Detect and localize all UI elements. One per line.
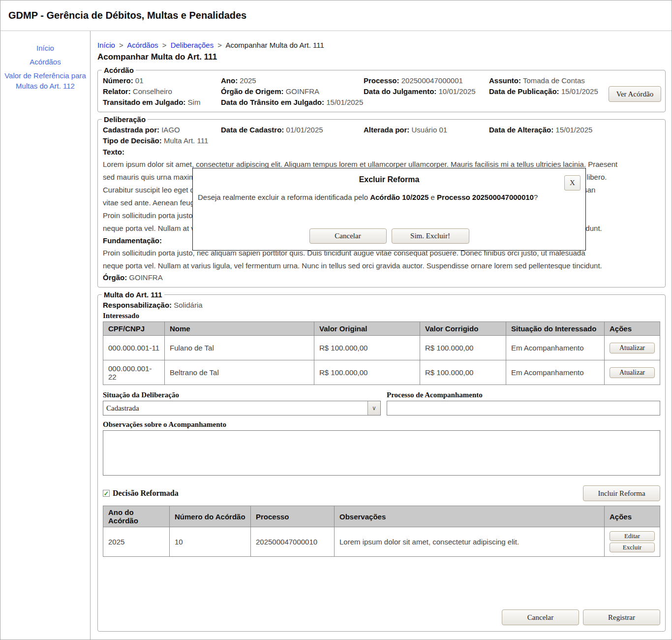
modal-cancelar-button[interactable]: Cancelar <box>309 228 387 244</box>
editar-button[interactable]: Editar <box>610 531 655 541</box>
cadastrada-por-label: Cadastrada por: <box>103 126 159 134</box>
sidebar-item-acordaos[interactable]: Acórdãos <box>0 57 90 67</box>
relator-label: Relator: <box>103 87 131 96</box>
responsabilizacao-label: Responsabilização: <box>103 301 172 309</box>
fundamentacao-line: neque porta vel. Nullam at varius ligula… <box>103 259 660 272</box>
incluir-reforma-button[interactable]: Incluir Reforma <box>583 485 660 501</box>
data-alteracao-label: Data de Alteração: <box>489 126 553 134</box>
chevron-down-icon: ∨ <box>367 401 380 415</box>
orgao-origem-value: GOINFRA <box>286 87 319 96</box>
data-alteracao-value: 15/01/2025 <box>555 126 592 134</box>
col-situacao-interessado: Situação do Interessado <box>506 322 605 336</box>
decisao-reformada-checkbox[interactable]: ✓ <box>103 490 110 497</box>
numero-label: Número: <box>103 76 133 85</box>
processo-acompanhamento-label: Processo de Acompanhamento <box>387 390 660 400</box>
reforma-table: Ano do Acórdão Número do Acórdão Process… <box>103 506 660 557</box>
transitado-label: Transitado em Julgado: <box>103 98 185 106</box>
modal-close-button[interactable]: X <box>564 175 580 191</box>
assunto-value: Tomada de Contas <box>523 76 585 85</box>
cell-valor-corrigido: R$ 100.000,00 <box>420 360 506 385</box>
col-cpf-cnpj: CPF/CNPJ <box>103 322 165 336</box>
situacao-selected-value: Cadastrada <box>103 404 367 413</box>
data-publicacao-value: 15/01/2025 <box>561 87 598 96</box>
breadcrumb-separator: > <box>217 41 222 49</box>
situacao-deliberacao-select[interactable]: Cadastrada ∨ <box>103 401 381 416</box>
col-nome: Nome <box>165 322 314 336</box>
data-julgamento-label: Data do Julgamento: <box>364 87 436 96</box>
data-transito-label: Data do Trânsito em Julgado: <box>221 98 324 106</box>
ver-acordao-button[interactable]: Ver Acórdão <box>609 86 661 102</box>
atualizar-button[interactable]: Atualizar <box>610 367 655 378</box>
app-title: GDMP - Gerência de Débitos, Multas e Pen… <box>8 10 246 21</box>
cell-observacoes: Lorem ipsum dolor sit amet, consectetur … <box>335 527 605 557</box>
cell-valor-corrigido: R$ 100.000,00 <box>420 336 506 360</box>
breadcrumb-separator: > <box>119 41 123 49</box>
modal-processo-ref: Processo 202500047000010 <box>437 193 534 201</box>
sidebar-item-valor-referencia[interactable]: Valor de Referência para Multas do Art. … <box>0 70 90 91</box>
cell-nome: Beltrano de Tal <box>165 360 314 385</box>
cadastrada-por-value: IAGO <box>161 126 180 134</box>
app-header: GDMP - Gerência de Débitos, Multas e Pen… <box>0 0 672 31</box>
decisao-reformada-label: Decisão Reformada <box>113 488 179 498</box>
sidebar-item-inicio[interactable]: Início <box>0 43 90 53</box>
modal-sim-excluir-button[interactable]: Sim. Excluir! <box>392 228 469 244</box>
tipo-decisao-label: Tipo de Decisão: <box>103 136 162 145</box>
col-acoes: Ações <box>605 506 660 527</box>
breadcrumb-inicio[interactable]: Início <box>97 41 115 49</box>
data-cadastro-label: Data de Cadastro: <box>221 126 284 134</box>
cell-ano: 2025 <box>103 527 170 557</box>
excluir-reforma-modal: Excluir Reforma X Deseja realmente exclu… <box>192 168 586 251</box>
col-ano-acordao: Ano do Acórdão <box>103 506 170 527</box>
breadcrumb-current: Acompanhar Multa do Art. 111 <box>225 41 324 49</box>
situacao-deliberacao-label: Situação da Deliberação <box>103 390 381 400</box>
table-row: 2025 10 202500047000010 Lorem ipsum dolo… <box>103 527 660 557</box>
check-icon: ✓ <box>104 490 109 497</box>
col-observacoes: Observações <box>335 506 605 527</box>
orgao-label: Órgão: <box>103 273 127 282</box>
alterada-por-label: Alterada por: <box>364 126 409 134</box>
modal-message-suffix: ? <box>534 193 538 201</box>
modal-acordao-ref: Acórdão 10/2025 <box>370 193 428 201</box>
modal-title: Excluir Reforma <box>193 175 585 184</box>
col-acoes: Ações <box>605 322 660 336</box>
orgao-origem-label: Órgão de Origem: <box>221 87 284 96</box>
multa-fieldset: Multa do Art. 111 Responsabilização: Sol… <box>97 290 666 632</box>
data-cadastro-value: 01/01/2025 <box>286 126 323 134</box>
interessado-header-row: CPF/CNPJ Nome Valor Original Valor Corri… <box>103 322 660 336</box>
registrar-button[interactable]: Registrar <box>583 609 660 625</box>
breadcrumb-deliberacoes[interactable]: Deliberações <box>171 41 214 49</box>
cell-processo: 202500047000010 <box>251 527 335 557</box>
table-row: 000.000.001-22 Beltrano de Tal R$ 100.00… <box>103 360 660 385</box>
data-transito-value: 15/01/2025 <box>326 98 363 106</box>
interessado-label: Interessado <box>103 311 660 320</box>
responsabilizacao-value: Solidária <box>174 301 202 309</box>
table-row: 000.000.001-11 Fulano de Tal R$ 100.000,… <box>103 336 660 360</box>
ano-label: Ano: <box>221 76 238 85</box>
transitado-value: Sim <box>188 98 201 106</box>
acordao-fieldset: Acórdão Número: 01 Ano: 2025 Processo: 2… <box>97 66 666 112</box>
reforma-header-row: Ano do Acórdão Número do Acórdão Process… <box>103 506 660 527</box>
acordao-legend: Acórdão <box>102 66 136 74</box>
breadcrumb: Início > Acórdãos > Deliberações > Acomp… <box>97 41 672 49</box>
processo-value: 202500047000001 <box>401 76 463 85</box>
processo-acompanhamento-input[interactable] <box>387 401 660 416</box>
col-valor-original: Valor Original <box>314 322 420 336</box>
modal-message-middle: e <box>428 193 437 201</box>
breadcrumb-acordaos[interactable]: Acórdãos <box>127 41 158 49</box>
orgao-value: GOINFRA <box>129 273 162 282</box>
cancelar-button[interactable]: Cancelar <box>502 609 579 625</box>
texto-label: Texto: <box>103 146 660 158</box>
atualizar-button[interactable]: Atualizar <box>610 343 655 353</box>
cell-valor-original: R$ 100.000,00 <box>314 336 420 360</box>
assunto-label: Assunto: <box>489 76 521 85</box>
modal-message: Deseja realmente excluir a reforma ident… <box>198 193 580 201</box>
main-content: Início > Acórdãos > Deliberações > Acomp… <box>91 31 672 640</box>
data-publicacao-label: Data de Publicação: <box>489 87 559 96</box>
cell-numero: 10 <box>170 527 251 557</box>
cell-cpf: 000.000.001-11 <box>103 336 165 360</box>
observacoes-textarea[interactable] <box>103 430 660 476</box>
excluir-button[interactable]: Excluir <box>610 543 655 552</box>
col-numero-acordao: Número do Acórdão <box>170 506 251 527</box>
relator-value: Conselheiro <box>133 87 172 96</box>
col-processo: Processo <box>251 506 335 527</box>
